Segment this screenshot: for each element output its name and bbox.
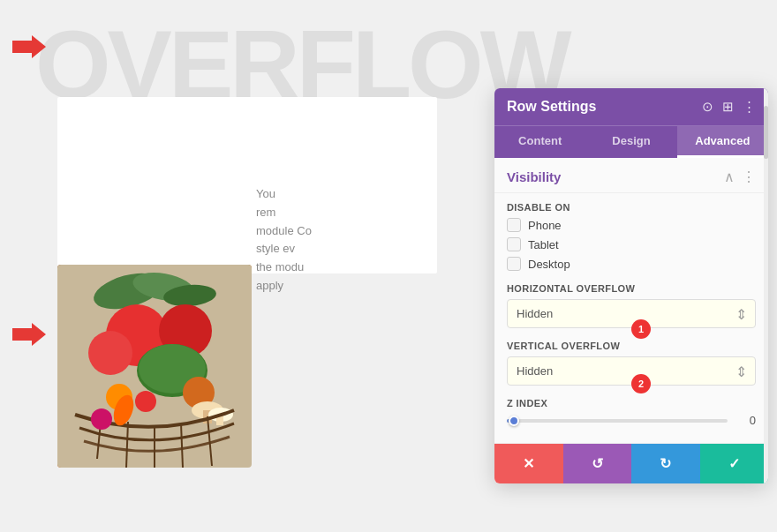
- responsive-icon[interactable]: ⊙: [702, 99, 713, 115]
- disable-on-checkboxes: Phone Tablet Desktop: [507, 218, 756, 271]
- tab-design[interactable]: Design: [585, 126, 676, 158]
- panel-tabs: Content Design Advanced: [494, 125, 768, 158]
- panel-header: Row Settings ⊙ ⊞ ⋮: [494, 88, 768, 125]
- panel-footer: ✕ ↺ ↻ ✓: [494, 443, 768, 483]
- text-line-2: rem: [256, 206, 275, 219]
- layout-icon[interactable]: ⊞: [722, 99, 734, 115]
- visibility-section-header: Visibility ∧ ⋮: [494, 158, 768, 193]
- horizontal-overflow-wrapper: Hidden Visible Auto Scroll ⇕: [507, 299, 756, 328]
- z-index-slider-thumb[interactable]: [509, 416, 519, 426]
- panel-header-icons: ⊙ ⊞ ⋮: [702, 99, 756, 115]
- cancel-button[interactable]: ✕: [494, 444, 563, 483]
- arrow-icon-2: [12, 321, 48, 348]
- visibility-title: Visibility: [507, 169, 561, 184]
- svg-point-22: [91, 408, 112, 430]
- tab-advanced[interactable]: Advanced: [677, 126, 768, 158]
- horizontal-overflow-select[interactable]: Hidden Visible Auto Scroll: [507, 299, 756, 328]
- tablet-label: Tablet: [528, 238, 559, 251]
- svg-point-10: [135, 391, 156, 412]
- z-index-slider-track[interactable]: [507, 419, 728, 423]
- tablet-checkbox[interactable]: [507, 237, 521, 251]
- vertical-overflow-label: Vertical Overflow: [507, 341, 756, 351]
- save-button[interactable]: ✓: [700, 444, 769, 483]
- horizontal-overflow-label: Horizontal Overflow: [507, 283, 756, 294]
- z-index-row: 0: [507, 414, 756, 427]
- panel-scrollbar[interactable]: [764, 88, 768, 483]
- checkbox-desktop[interactable]: Desktop: [507, 257, 756, 271]
- tab-content[interactable]: Content: [494, 126, 585, 158]
- undo-button[interactable]: ↺: [563, 444, 632, 483]
- more-options-icon[interactable]: ⋮: [743, 99, 756, 115]
- checkbox-phone[interactable]: Phone: [507, 218, 756, 232]
- section-header-actions: ∧ ⋮: [724, 169, 756, 185]
- desktop-checkbox[interactable]: [507, 257, 521, 271]
- z-index-value: 0: [738, 414, 756, 427]
- text-line-6: apply: [256, 279, 283, 292]
- text-block: You rem module Co style ev the modu appl…: [256, 185, 450, 296]
- panel-title: Row Settings: [507, 99, 596, 115]
- z-index-label: Z Index: [507, 398, 756, 408]
- panel-body: Visibility ∧ ⋮ Disable on Phone Tablet: [494, 158, 768, 443]
- svg-marker-23: [12, 35, 46, 58]
- badge-1: 1: [631, 319, 651, 339]
- phone-checkbox[interactable]: [507, 218, 521, 232]
- svg-point-6: [88, 331, 132, 375]
- vegetable-image: [57, 265, 252, 468]
- text-line-1: You: [256, 187, 275, 200]
- badge-2: 2: [631, 374, 651, 393]
- desktop-label: Desktop: [528, 258, 570, 271]
- text-line-5: the modu: [256, 260, 304, 273]
- visibility-section-body: Disable on Phone Tablet Desktop Horizont…: [494, 193, 768, 443]
- section-more-icon[interactable]: ⋮: [742, 169, 756, 185]
- collapse-icon[interactable]: ∧: [724, 169, 735, 185]
- redo-button[interactable]: ↻: [631, 444, 700, 483]
- svg-marker-24: [12, 323, 46, 346]
- text-line-4: style ev: [256, 242, 295, 255]
- phone-label: Phone: [528, 219, 562, 232]
- text-line-3: module Co: [256, 224, 312, 237]
- disable-on-label: Disable on: [507, 202, 756, 213]
- row-settings-panel: Row Settings ⊙ ⊞ ⋮ Content Design Advanc…: [494, 88, 768, 483]
- arrow-icon-1: [12, 34, 48, 60]
- panel-scrollbar-thumb[interactable]: [764, 106, 768, 159]
- checkbox-tablet[interactable]: Tablet: [507, 237, 756, 251]
